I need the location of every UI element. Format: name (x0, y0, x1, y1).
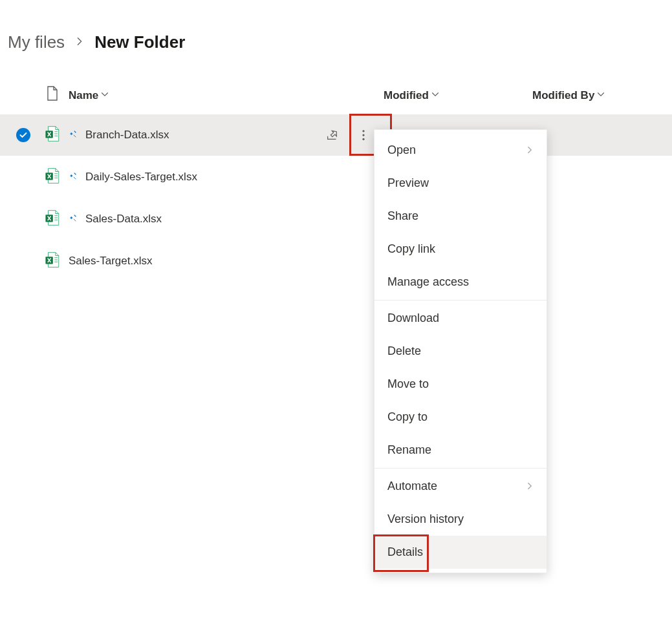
svg-point-6 (362, 138, 364, 140)
menu-item-label: Copy link (387, 242, 435, 256)
file-name[interactable]: Sales-Target.xlsx (69, 255, 152, 268)
document-icon (46, 86, 59, 105)
table-header: Name Modified Modified By (0, 78, 672, 114)
new-indicator-icon (69, 129, 78, 141)
new-indicator-icon (69, 171, 78, 183)
chevron-right-icon (526, 145, 534, 156)
breadcrumb-root[interactable]: My files (8, 32, 65, 52)
selected-check-icon[interactable] (16, 128, 30, 142)
table-row[interactable]: Sales-Data.xlsx (0, 198, 672, 240)
menu-item-label: Manage access (387, 275, 469, 282)
menu-item-label: Open (387, 143, 416, 157)
file-table: Name Modified Modified By (0, 78, 672, 282)
chevron-down-icon (431, 90, 439, 100)
excel-file-icon (44, 209, 61, 229)
file-name[interactable]: Daily-Sales-Target.xlsx (85, 171, 197, 184)
column-modifiedby-label: Modified By (532, 89, 594, 102)
column-header-modified[interactable]: Modified (384, 89, 532, 102)
file-name[interactable]: Sales-Data.xlsx (85, 213, 162, 226)
table-row[interactable]: Sales-Target.xlsx (0, 240, 672, 282)
menu-item-share[interactable]: Share (374, 200, 547, 233)
new-indicator-icon (69, 213, 78, 225)
svg-point-4 (362, 130, 364, 132)
menu-item-copy-link[interactable]: Copy link (374, 233, 547, 266)
excel-file-icon (44, 251, 61, 271)
menu-item-label: Preview (387, 176, 429, 190)
file-name[interactable]: Branch-Data.xlsx (85, 129, 169, 142)
breadcrumb-current[interactable]: New Folder (94, 32, 185, 52)
more-actions-icon[interactable] (357, 129, 370, 142)
menu-item-manage-access[interactable]: Manage access (374, 266, 547, 282)
share-icon[interactable] (325, 128, 340, 142)
excel-file-icon (44, 167, 61, 187)
breadcrumb: My files New Folder (0, 0, 672, 78)
column-header-modified-by[interactable]: Modified By (532, 89, 662, 102)
context-menu: Open Preview Share Copy link Manage acce… (374, 129, 547, 282)
column-name-label: Name (69, 89, 98, 102)
menu-item-open[interactable]: Open (374, 134, 547, 167)
table-row[interactable]: Branch-Data.xlsx (0, 114, 672, 156)
menu-item-label: Share (387, 209, 418, 223)
table-row[interactable]: Daily-Sales-Target.xlsx (0, 156, 672, 198)
chevron-down-icon (597, 90, 605, 100)
chevron-right-icon (75, 36, 84, 49)
excel-file-icon (44, 125, 61, 145)
column-header-name[interactable]: Name (69, 89, 325, 102)
column-modified-label: Modified (384, 89, 429, 102)
svg-point-5 (362, 134, 364, 136)
menu-item-preview[interactable]: Preview (374, 167, 547, 200)
chevron-down-icon (101, 90, 109, 100)
